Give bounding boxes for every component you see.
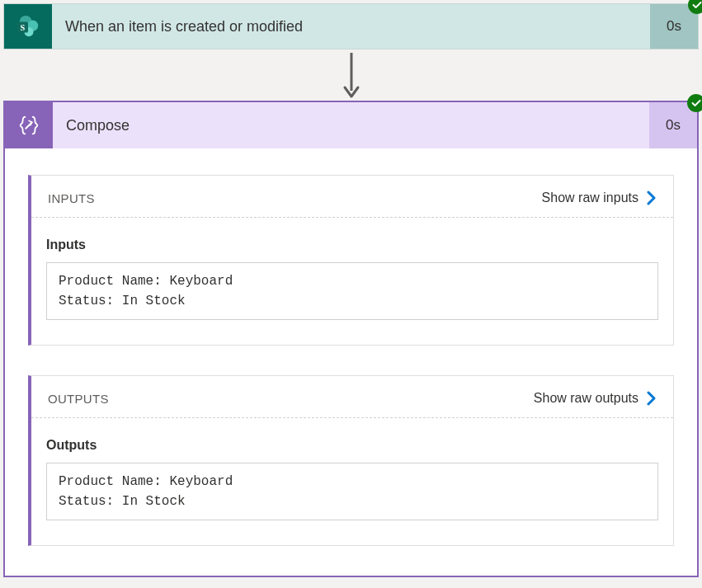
show-raw-inputs-button[interactable]: Show raw inputs	[542, 191, 657, 205]
success-check-icon	[687, 94, 702, 112]
chevron-right-icon	[647, 391, 657, 406]
chevron-right-icon	[647, 191, 657, 205]
compose-card: Compose 0s INPUTS Show raw inputs Inputs…	[3, 101, 699, 577]
inputs-panel: INPUTS Show raw inputs Inputs Product Na…	[28, 175, 674, 346]
inputs-sub-label: Inputs	[46, 238, 658, 252]
trigger-title: When an item is created or modified	[52, 4, 650, 49]
show-raw-outputs-label: Show raw outputs	[534, 391, 638, 406]
svg-text:S: S	[21, 23, 26, 32]
outputs-content: Product Name: Keyboard Status: In Stock	[46, 463, 658, 520]
show-raw-outputs-button[interactable]: Show raw outputs	[534, 391, 657, 406]
outputs-sub-label: Outputs	[46, 438, 658, 453]
inputs-header-label: INPUTS	[48, 191, 95, 205]
inputs-content: Product Name: Keyboard Status: In Stock	[46, 262, 658, 320]
compose-title: Compose	[53, 102, 649, 148]
compose-header[interactable]: Compose 0s	[5, 102, 697, 148]
flow-arrow-connector	[3, 49, 699, 101]
compose-braces-icon	[5, 102, 53, 148]
outputs-panel: OUTPUTS Show raw outputs Outputs Product…	[28, 375, 674, 546]
outputs-header-label: OUTPUTS	[48, 392, 109, 406]
sharepoint-icon: S	[4, 4, 52, 49]
show-raw-inputs-label: Show raw inputs	[542, 191, 638, 205]
trigger-card[interactable]: S When an item is created or modified 0s	[3, 3, 699, 49]
